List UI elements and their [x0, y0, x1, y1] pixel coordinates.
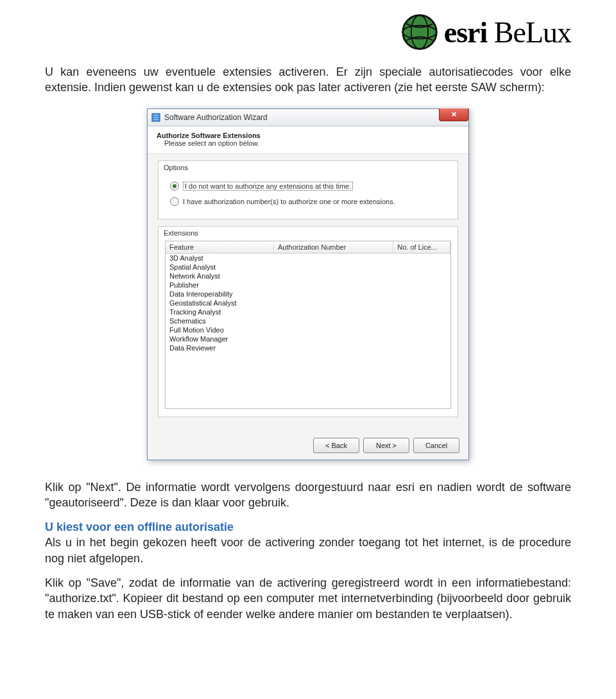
- table-row: Workflow Manager: [166, 334, 450, 343]
- table-row: 3D Analyst: [166, 253, 450, 263]
- wizard-header-subtitle: Please select an option below.: [164, 139, 459, 147]
- options-fieldset: Options I do not want to authorize any e…: [158, 160, 458, 220]
- save-paragraph: Klik op "Save", zodat de informatie van …: [45, 575, 571, 622]
- table-row: Network Analyst: [166, 272, 450, 280]
- wizard-header-title: Authorize Software Extensions: [157, 132, 459, 139]
- window-title: Software Authorization Wizard: [164, 113, 268, 122]
- post-wizard-paragraph: Klik op "Next". De informatie wordt verv…: [45, 479, 571, 511]
- section-title: U kiest voor een offline autorisatie: [45, 521, 234, 533]
- back-button[interactable]: < Back: [313, 438, 359, 453]
- table-row: Data Interoperability: [166, 289, 450, 298]
- table-row: Data Reviewer: [166, 343, 450, 352]
- globe-icon: [400, 13, 439, 51]
- radio-icon: [170, 197, 179, 206]
- table-row: Geostatistical Analyst: [166, 298, 450, 307]
- radio-have-auth[interactable]: I have authorization number(s) to author…: [170, 197, 451, 206]
- radio-no-extensions[interactable]: I do not want to authorize any extension…: [170, 182, 451, 191]
- app-icon: [151, 113, 160, 122]
- offline-section: U kiest voor een offline autorisatie Als…: [45, 519, 571, 566]
- table-row: Schematics: [166, 316, 450, 325]
- column-feature[interactable]: Feature: [166, 241, 274, 254]
- offline-paragraph: Als u in het begin gekozen heeft voor de…: [45, 536, 571, 564]
- brand-logo: esri BeLux: [400, 13, 571, 51]
- table-row: Publisher: [166, 280, 450, 289]
- radio-icon: [170, 182, 179, 191]
- close-button[interactable]: ✕: [439, 108, 468, 121]
- wizard-header: Authorize Software Extensions Please sel…: [148, 126, 468, 154]
- cancel-button[interactable]: Cancel: [413, 438, 459, 453]
- column-auth-number[interactable]: Authorization Number: [274, 241, 393, 254]
- wizard-footer: < Back Next > Cancel: [148, 431, 468, 460]
- radio-label: I have authorization number(s) to author…: [183, 198, 395, 205]
- extensions-table[interactable]: Feature Authorization Number No. of Lice…: [165, 241, 451, 409]
- table-row: Full Motion Video: [166, 325, 450, 334]
- options-legend: Options: [158, 161, 458, 173]
- titlebar[interactable]: Software Authorization Wizard ✕: [148, 109, 468, 126]
- brand-text: esri BeLux: [444, 15, 571, 49]
- table-row: Tracking Analyst: [166, 307, 450, 316]
- extensions-legend: Extensions: [158, 227, 458, 238]
- authorization-wizard-dialog: Software Authorization Wizard ✕ Authoriz…: [147, 108, 469, 460]
- table-row: Spatial Analyst: [166, 263, 450, 272]
- close-icon: ✕: [451, 110, 457, 119]
- extensions-fieldset: Extensions Feature Authorization Number …: [158, 226, 458, 417]
- radio-label: I do not want to authorize any extension…: [183, 182, 353, 191]
- column-no-lice[interactable]: No. of Lice...: [393, 241, 450, 254]
- next-button[interactable]: Next >: [363, 438, 409, 453]
- intro-paragraph: U kan eveneens uw eventuele extensies ac…: [45, 64, 571, 96]
